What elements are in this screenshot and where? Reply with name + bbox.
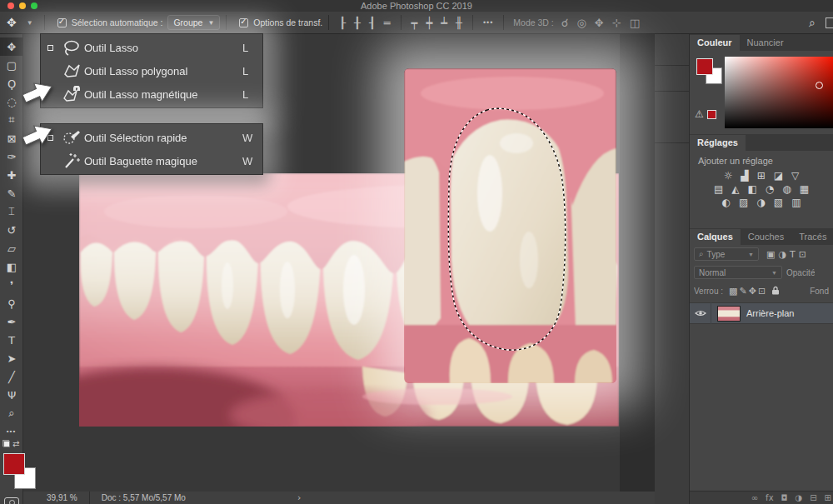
tool-preset-chevron-icon[interactable]: ▼ <box>22 17 38 28</box>
brightness-contrast-icon[interactable]: ☼ <box>724 170 733 182</box>
menu-item-polygonal-lasso[interactable]: Outil Lasso polygonal L <box>41 59 262 82</box>
adjustment-filter-icon[interactable]: ◑ <box>778 249 786 260</box>
tab-traces[interactable]: Tracés <box>791 229 833 245</box>
lock-transparency-icon[interactable]: ▩ <box>729 286 737 297</box>
tab-calques[interactable]: Calques <box>690 229 741 245</box>
paragraph-panel-icon[interactable] <box>655 168 689 194</box>
exposure-icon[interactable]: ◪ <box>774 170 783 182</box>
distribute-horizontal-icon[interactable]: ═ <box>380 17 395 29</box>
status-options-chevron-icon[interactable]: › <box>297 492 301 503</box>
tab-couches[interactable]: Couches <box>741 229 791 245</box>
document-size-info[interactable]: Doc : 5,57 Mo/5,57 Mo <box>90 493 197 502</box>
healing-brush-tool[interactable]: ✚ <box>0 166 23 184</box>
line-tool[interactable]: ╱ <box>0 367 23 386</box>
hand-tool[interactable]: Ψ <box>0 386 23 404</box>
3d-pan-icon[interactable]: ✥ <box>591 17 608 29</box>
workspace-switcher-icon[interactable] <box>826 17 833 28</box>
gradient-map-icon[interactable]: ▥ <box>791 197 801 208</box>
crop-tool[interactable]: ⌗ <box>0 111 23 129</box>
more-options-button[interactable]: ••• <box>479 18 497 27</box>
black-white-icon[interactable]: ◧ <box>747 183 756 195</box>
gradient-tool[interactable]: ◧ <box>0 257 23 276</box>
color-picker-gradient[interactable] <box>725 57 833 128</box>
quick-selection-tool[interactable]: ◌ <box>0 92 23 111</box>
layer-filter-dropdown[interactable]: ⌕ Type ▼ <box>694 247 759 261</box>
brush-settings-panel-icon[interactable] <box>655 91 689 117</box>
eraser-tool[interactable]: ▱ <box>0 239 23 257</box>
lock-position-icon[interactable]: ✥ <box>749 286 756 297</box>
character-panel-icon[interactable] <box>655 142 689 168</box>
align-vertical-centers-icon[interactable]: ┿ <box>421 17 436 29</box>
vibrance-icon[interactable]: ▽ <box>791 170 799 182</box>
dodge-tool[interactable]: ⚲ <box>0 294 23 312</box>
distribute-vertical-icon[interactable]: ╫ <box>451 17 466 29</box>
eyedropper-tool[interactable]: ✑ <box>0 147 23 166</box>
brush-tool[interactable]: ✎ <box>0 184 23 202</box>
3d-roll-icon[interactable]: ◎ <box>573 17 591 29</box>
layer-thumbnail[interactable] <box>717 306 741 322</box>
panel-foreground-swatch[interactable] <box>696 58 713 75</box>
selective-color-icon[interactable]: ▧ <box>774 197 783 208</box>
threshold-icon[interactable]: ◑ <box>756 197 765 208</box>
swap-colors-icon[interactable]: ⇄ <box>12 439 19 448</box>
screen-mode-button[interactable] <box>4 497 19 504</box>
posterize-icon[interactable]: ▨ <box>739 197 748 208</box>
menu-item-magnetic-lasso[interactable]: Outil Lasso magnétique L <box>41 82 262 106</box>
lock-pixels-icon[interactable]: ✎ <box>739 286 746 297</box>
frame-tool[interactable]: ⊠ <box>0 129 23 147</box>
menu-item-lasso[interactable]: Outil Lasso L <box>41 36 262 59</box>
layer-mask-icon[interactable]: ◘ <box>781 493 788 502</box>
properties-panel-icon[interactable] <box>655 65 689 91</box>
photo-filter-icon[interactable]: ◔ <box>766 183 774 195</box>
layer-visibility-eye-icon[interactable] <box>690 302 711 324</box>
clone-stamp-tool[interactable]: ⌶ <box>0 202 23 221</box>
search-icon[interactable]: ⌕ <box>809 16 816 30</box>
align-left-edges-icon[interactable]: ┠ <box>335 17 350 29</box>
default-colors-icon[interactable] <box>2 440 10 447</box>
gamut-color-chip[interactable] <box>707 110 716 119</box>
move-tool[interactable]: ✥ <box>0 37 23 56</box>
auto-select-target-dropdown[interactable]: Groupe ▼ <box>167 15 220 30</box>
marquee-tool[interactable]: ▢ <box>0 56 23 74</box>
menu-item-quick-selection[interactable]: Outil Sélection rapide W <box>41 126 262 149</box>
type-filter-icon[interactable]: T <box>790 249 796 260</box>
shape-filter-icon[interactable]: ⊡ <box>799 249 806 260</box>
zoom-level-field[interactable]: 39,91 % <box>23 492 90 504</box>
blend-mode-dropdown[interactable]: Normal ▼ <box>694 266 782 279</box>
layer-group-icon[interactable]: ⊟ <box>810 493 816 502</box>
brushes-panel-icon[interactable] <box>655 117 689 142</box>
pixel-filter-icon[interactable]: ▣ <box>766 249 775 260</box>
3d-slide-icon[interactable]: ⊹ <box>608 17 626 29</box>
menu-item-magic-wand[interactable]: Outil Baguette magique W <box>41 149 262 172</box>
edit-toolbar-button[interactable]: ••• <box>0 427 22 435</box>
channel-mixer-icon[interactable]: ◍ <box>782 183 791 195</box>
type-tool[interactable]: T <box>0 331 23 349</box>
transform-controls-checkbox[interactable] <box>239 18 248 27</box>
history-panel-icon[interactable] <box>655 39 689 65</box>
lasso-tool[interactable]: Ϙ <box>0 74 23 92</box>
new-layer-icon[interactable]: ⊞ <box>825 493 831 502</box>
tab-couleur[interactable]: Couleur <box>690 35 740 51</box>
layer-effects-icon[interactable]: fx <box>766 493 773 502</box>
3d-orbit-icon[interactable]: ☌ <box>557 17 573 29</box>
auto-select-checkbox[interactable] <box>57 18 67 27</box>
new-adjustment-layer-icon[interactable]: ◑ <box>795 493 802 502</box>
blur-tool[interactable]: ❜ <box>0 276 23 294</box>
align-bottom-edges-icon[interactable]: ┷ <box>436 17 451 29</box>
3d-camera-icon[interactable]: ◫ <box>626 17 644 29</box>
layer-row-background[interactable]: Arrière-plan <box>690 302 833 324</box>
path-selection-tool[interactable]: ➤ <box>0 349 23 367</box>
pen-tool[interactable]: ✒ <box>0 312 23 331</box>
zoom-tool[interactable]: ⌕ <box>0 404 23 422</box>
invert-icon[interactable]: ◐ <box>722 197 731 208</box>
align-horizontal-centers-icon[interactable]: ╂ <box>350 17 365 29</box>
color-balance-icon[interactable]: ◭ <box>731 183 739 195</box>
align-right-edges-icon[interactable]: ┨ <box>365 17 380 29</box>
align-top-edges-icon[interactable]: ┯ <box>407 17 422 29</box>
foreground-color-swatch[interactable] <box>3 453 25 475</box>
tab-reglages[interactable]: Réglages <box>690 135 746 151</box>
lock-artboard-icon[interactable]: ⊡ <box>758 286 766 297</box>
curves-icon[interactable]: ⊞ <box>757 170 766 182</box>
history-brush-tool[interactable]: ↺ <box>0 221 23 239</box>
color-lookup-icon[interactable]: ▦ <box>800 183 809 195</box>
